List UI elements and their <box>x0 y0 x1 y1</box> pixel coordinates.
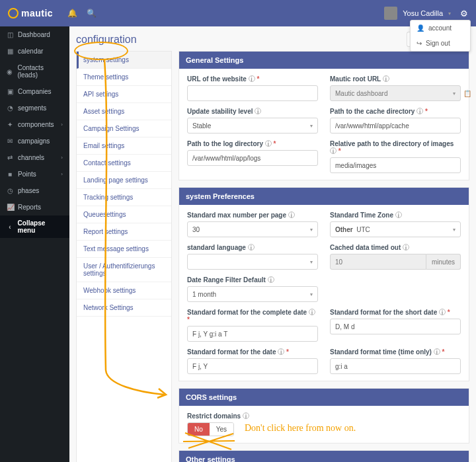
menu-signout-label: Sign out <box>426 40 450 47</box>
gear-icon[interactable]: ⚙ <box>460 9 468 19</box>
url-input[interactable]: 📋 <box>187 85 318 101</box>
nav-reports[interactable]: 📈Reports <box>0 199 69 215</box>
chevron-left-icon: ‹ <box>7 223 13 231</box>
chevron-right-icon: › <box>61 171 63 177</box>
nav-points[interactable]: ■Points› <box>0 166 69 182</box>
help-icon[interactable]: i <box>330 147 337 154</box>
fmt-short-input[interactable]: D, M d <box>330 319 461 334</box>
daterange-select[interactable]: 1 month▾ <box>187 286 318 302</box>
menu-signout[interactable]: ↪Sign out <box>411 36 470 51</box>
nav-icon: ◉ <box>7 68 13 75</box>
nav-icon: ◷ <box>7 187 13 194</box>
setnav-queuesettings[interactable]: Queuesettings <box>77 206 171 223</box>
setnav-system-settings[interactable]: system settings <box>77 52 171 69</box>
search-icon[interactable]: 🔍 <box>87 9 97 18</box>
fmt-time-input[interactable]: g:i a <box>330 358 461 374</box>
help-icon[interactable]: i <box>249 75 255 82</box>
nav-icon: ◔ <box>7 104 13 112</box>
nav-segments[interactable]: ◔segments <box>0 100 69 116</box>
setnav-asset-settings[interactable]: Asset settings <box>77 103 171 120</box>
clipboard-icon[interactable]: 📋 <box>463 90 471 97</box>
nav-phases[interactable]: ◷phases <box>0 182 69 199</box>
setnav-text-message-settings[interactable]: Text message settings <box>77 241 171 258</box>
lbl-url: URL of the website i * <box>187 75 318 83</box>
fmt-full-input[interactable]: F j, Y g:i a T <box>187 326 318 342</box>
chevron-right-icon: › <box>61 155 63 161</box>
help-icon[interactable]: i <box>434 348 440 355</box>
unit-minutes: minutes <box>426 254 461 270</box>
nav-campaigns[interactable]: ✉campaigns <box>0 133 69 149</box>
setnav-theme-settings[interactable]: Theme settings <box>77 69 171 86</box>
toggle-no[interactable]: No <box>188 423 210 436</box>
cache-timeout-input[interactable]: 10 <box>330 254 426 270</box>
root-select[interactable]: Mautic dashboard▾ <box>330 85 461 101</box>
menu-account[interactable]: 👤account <box>411 20 470 36</box>
setnav-user-authentifizierungs-settings[interactable]: User / Authentifizierungs settings <box>77 258 171 282</box>
setnav-landing-page-settings[interactable]: Landing page settings <box>77 172 171 189</box>
help-icon[interactable]: i <box>416 108 423 114</box>
help-icon[interactable]: i <box>395 212 402 218</box>
bell-icon[interactable]: 🔔 <box>67 9 77 18</box>
stability-select[interactable]: Stable▾ <box>187 118 318 134</box>
restrict-toggle[interactable]: No Yes <box>187 422 234 436</box>
setnav-webhook-settings[interactable]: Webhook settings <box>77 282 171 299</box>
nav-icon: ◫ <box>7 31 13 38</box>
nav-icon: ▦ <box>7 48 13 55</box>
nav-icon: ✉ <box>7 137 13 145</box>
help-icon[interactable]: i <box>278 348 284 355</box>
avatar[interactable] <box>384 7 397 20</box>
nav-icon: ▣ <box>7 88 13 95</box>
page-title: configuration <box>76 34 137 46</box>
help-icon[interactable]: i <box>309 309 315 315</box>
help-icon[interactable]: i <box>288 212 295 218</box>
panel-head-general: General Settings <box>179 52 469 69</box>
nav-contacts-leads-[interactable]: ◉Contacts (leads) <box>0 59 69 83</box>
nav-dashboard[interactable]: ◫Dashboard <box>0 26 69 43</box>
user-dropdown: 👤account ↪Sign out <box>410 20 471 52</box>
help-icon[interactable]: i <box>383 75 389 82</box>
panel-head-prefs: system Preferences <box>179 188 469 205</box>
log-input[interactable]: /var/www/html/app/logs <box>187 150 318 166</box>
setnav-report-settings[interactable]: Report settings <box>77 223 171 241</box>
chevron-down-icon[interactable]: ▾ <box>448 11 451 17</box>
logo-mark-icon <box>8 8 19 19</box>
help-icon[interactable]: i <box>439 309 446 315</box>
cache-input[interactable]: /var/www/html/app/cache <box>330 118 461 134</box>
nav-companies[interactable]: ▣Companies <box>0 83 69 100</box>
user-name[interactable]: Yosu Cadilla <box>403 9 443 17</box>
signout-icon: ↪ <box>416 40 422 47</box>
fmt-date-input[interactable]: F j, Y <box>187 358 318 374</box>
setnav-network-settings[interactable]: Network Settings <box>77 299 171 317</box>
help-icon[interactable]: i <box>243 412 249 419</box>
panel-head-cors: CORS settings <box>179 389 469 406</box>
images-input[interactable]: media/images <box>330 157 461 173</box>
help-icon[interactable]: i <box>248 244 255 250</box>
collapse-menu[interactable]: ‹Collapse menu <box>0 215 69 238</box>
nav-components[interactable]: ✦components› <box>0 116 69 133</box>
setnav-api-settings[interactable]: API settings <box>77 86 171 103</box>
help-icon[interactable]: i <box>265 140 272 147</box>
nav-calendar[interactable]: ▦calendar <box>0 43 69 59</box>
nav-icon: 📈 <box>7 204 13 211</box>
brand-logo: mautic <box>8 8 53 19</box>
settings-nav: system settingsTheme settingsAPI setting… <box>76 51 172 462</box>
panel-head-other: Other settings <box>179 451 469 462</box>
setnav-campaign-settings[interactable]: Campaign Settings <box>77 120 171 137</box>
help-icon[interactable]: i <box>255 108 261 114</box>
maxnum-select[interactable]: 30▾ <box>187 221 318 237</box>
setnav-contact-settings[interactable]: Contact settings <box>77 155 171 172</box>
setnav-tracking-settings[interactable]: Tracking settings <box>77 189 171 206</box>
nav-icon: ⇄ <box>7 154 13 161</box>
help-icon[interactable]: i <box>268 276 274 283</box>
left-nav: ◫Dashboard▦calendar◉Contacts (leads)▣Com… <box>0 26 69 462</box>
menu-account-label: account <box>428 24 452 32</box>
nav-channels[interactable]: ⇄channels› <box>0 149 69 166</box>
nav-icon: ✦ <box>7 121 13 128</box>
tz-select[interactable]: Other UTC▾ <box>330 221 461 237</box>
chevron-right-icon: › <box>61 122 63 128</box>
lang-select[interactable]: ▾ <box>187 254 318 270</box>
toggle-yes[interactable]: Yes <box>210 423 233 436</box>
help-icon[interactable]: i <box>403 244 409 250</box>
setnav-email-settings[interactable]: Email settings <box>77 137 171 155</box>
brand-name: mautic <box>21 8 53 19</box>
